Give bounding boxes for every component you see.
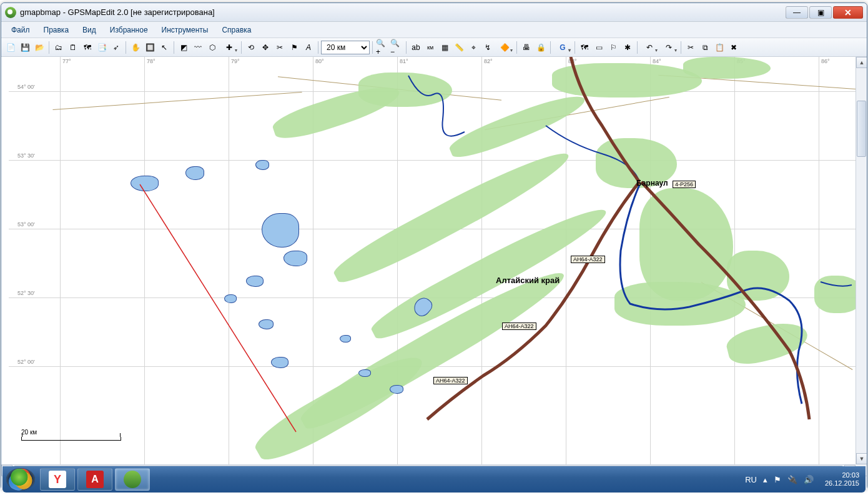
edit-node-icon[interactable]: ◩ <box>177 41 190 54</box>
scroll-down-icon[interactable]: ▼ <box>856 453 867 464</box>
scroll-up-icon[interactable]: ▲ <box>856 57 867 68</box>
task-yandex[interactable]: Y <box>40 468 75 491</box>
save-icon[interactable]: 💾 <box>18 41 32 54</box>
lon-tick: 79° <box>231 58 240 64</box>
system-tray: RU ▴ ⚑ 🔌 🔊 20:03 26.12.2015 <box>745 471 862 488</box>
forest <box>614 282 746 326</box>
forest <box>329 141 575 291</box>
lake <box>255 160 269 170</box>
lon-tick: 82° <box>484 58 493 64</box>
forest <box>683 57 771 79</box>
window-title: gmapbmap - GPSMapEdit 2.0 [не зарегистри… <box>20 8 786 17</box>
separator <box>516 41 517 54</box>
tray-clock[interactable]: 20:03 26.12.2015 <box>825 471 859 488</box>
flag-icon[interactable]: ⚑ <box>287 41 301 54</box>
menu-edit[interactable]: Правка <box>37 23 76 37</box>
admin-border <box>52 92 302 110</box>
menu-file[interactable]: Файл <box>5 23 36 37</box>
scale-select[interactable]: 20 км <box>321 41 370 54</box>
toolbar: 📄 💾 📂 🗂 🗒 🗺 📑 ➶ ✋ 🔲 ↖ ◩ 〰 ⬡ ✚ ⟲ ✥ ✂ ⚑ A … <box>1 38 867 57</box>
lat-tick: 53° 00' <box>17 221 35 228</box>
scale-bar: 20 км <box>21 429 121 441</box>
create-object-icon[interactable]: ✚ <box>220 41 239 54</box>
rotate-icon[interactable]: ⟲ <box>244 41 258 54</box>
redo-icon[interactable]: ↷ <box>659 41 678 54</box>
bookmarks-icon[interactable]: 📑 <box>95 41 109 54</box>
poi-icon[interactable]: ✱ <box>621 41 634 54</box>
road-tag: АН64-А322 <box>571 256 605 263</box>
print-icon[interactable]: 🖶 <box>520 41 533 54</box>
snap-icon[interactable]: ⌖ <box>466 41 480 54</box>
minimize-button[interactable]: — <box>786 6 808 19</box>
km-icon[interactable]: км <box>423 41 437 54</box>
open-icon[interactable]: 📂 <box>32 41 46 54</box>
separator <box>681 41 681 54</box>
lake <box>340 335 351 342</box>
maximize-button[interactable]: ▣ <box>809 6 832 19</box>
start-button[interactable] <box>6 468 35 491</box>
colors-icon[interactable]: 🔶 <box>495 41 514 54</box>
lon-tick: 77° <box>62 58 71 64</box>
pan-icon[interactable]: ✋ <box>129 41 142 54</box>
tracks-icon[interactable]: ➶ <box>109 41 123 54</box>
polyline-icon[interactable]: 〰 <box>191 41 205 54</box>
lake <box>390 385 403 394</box>
zoom-out-icon[interactable]: 🔍− <box>390 41 403 54</box>
export-map-icon[interactable]: 🗺 <box>578 41 591 54</box>
forest <box>358 72 452 107</box>
new-icon[interactable]: 📄 <box>4 41 17 54</box>
lake <box>284 251 307 266</box>
undo-icon[interactable]: ↶ <box>640 41 659 54</box>
lock-icon[interactable]: 🔒 <box>534 41 548 54</box>
tray-lang[interactable]: RU <box>745 475 757 484</box>
road-tag: АН64-А322 <box>433 377 468 384</box>
zoom-rect-icon[interactable]: 🔲 <box>143 41 157 54</box>
polygon-icon[interactable]: ⬡ <box>205 41 219 54</box>
lat-tick: 52° 30' <box>17 290 35 296</box>
objects-icon[interactable]: 🗺 <box>81 41 94 54</box>
scroll-thumb[interactable] <box>857 101 866 157</box>
titlebar[interactable]: gmapbmap - GPSMapEdit 2.0 [не зарегистри… <box>1 3 867 22</box>
tray-chevron-icon[interactable]: ▴ <box>763 475 767 484</box>
taskbar[interactable]: Y A RU ▴ ⚑ 🔌 🔊 20:03 26.12.2015 <box>2 466 866 492</box>
window-controls: — ▣ ✕ <box>786 6 863 19</box>
grid-icon[interactable]: ▦ <box>438 41 451 54</box>
select-icon[interactable]: ↖ <box>157 41 171 54</box>
delete-icon[interactable]: ✖ <box>727 41 741 54</box>
task-adobe[interactable]: A <box>77 468 112 491</box>
labels-icon[interactable]: ab <box>409 41 423 54</box>
tray-volume-icon[interactable]: 🔊 <box>804 475 814 484</box>
menu-view[interactable]: Вид <box>76 23 102 37</box>
separator <box>126 41 126 54</box>
tray-power-icon[interactable]: 🔌 <box>787 475 797 484</box>
properties-icon[interactable]: 🗒 <box>66 41 80 54</box>
separator <box>372 41 373 54</box>
routing-icon[interactable]: ↯ <box>481 41 495 54</box>
vertical-scrollbar[interactable]: ▲ ▼ <box>856 57 867 464</box>
waypoint-icon[interactable]: ⚐ <box>606 41 620 54</box>
ruler-icon[interactable]: 📏 <box>452 41 466 54</box>
layers-icon[interactable]: 🗂 <box>52 41 66 54</box>
close-button[interactable]: ✕ <box>833 6 863 19</box>
copy-icon[interactable]: ⧉ <box>698 41 712 54</box>
cut-icon[interactable]: ✂ <box>684 41 698 54</box>
move-icon[interactable]: ✥ <box>259 41 272 54</box>
menu-favorites[interactable]: Избранное <box>104 23 154 37</box>
map-canvas[interactable]: 77° 78° 79° 80° 81° 82° 83° 84° 85° 86° … <box>9 57 856 464</box>
road-tag: 4-Р256 <box>673 181 696 188</box>
paste-icon[interactable]: 📋 <box>713 41 726 54</box>
trim-icon[interactable]: ✂ <box>273 41 287 54</box>
zoom-in-icon[interactable]: 🔍+ <box>375 41 389 54</box>
lon-tick: 83° <box>568 58 577 64</box>
task-gpsmapedit[interactable] <box>115 468 150 491</box>
separator <box>318 41 318 54</box>
forest <box>727 251 789 301</box>
google-icon[interactable]: G <box>553 41 572 54</box>
lon-tick: 78° <box>147 58 155 64</box>
text-style-icon[interactable]: A <box>302 41 315 54</box>
menu-help[interactable]: Справка <box>215 23 257 37</box>
menu-tools[interactable]: Инструменты <box>155 23 215 37</box>
map-viewport[interactable]: 77° 78° 79° 80° 81° 82° 83° 84° 85° 86° … <box>1 57 867 476</box>
blank-icon[interactable]: ▭ <box>592 41 606 54</box>
tray-flag-icon[interactable]: ⚑ <box>774 475 781 484</box>
